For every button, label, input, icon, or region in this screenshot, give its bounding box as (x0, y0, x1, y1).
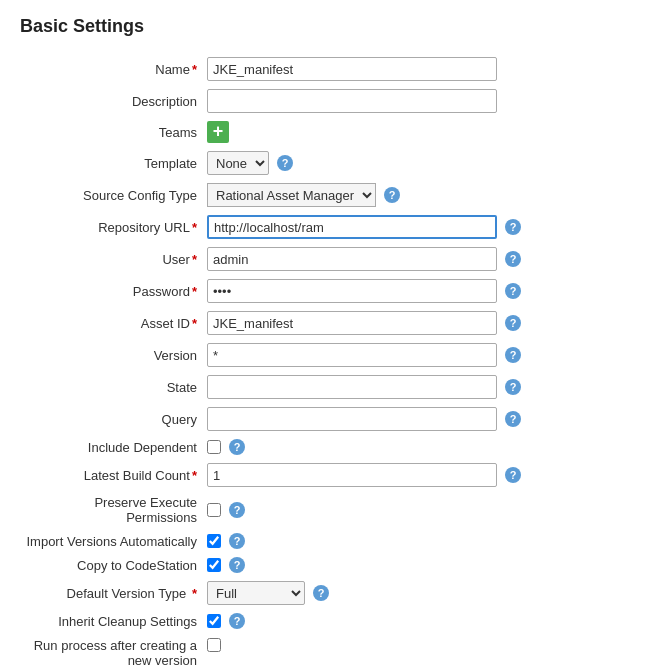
state-input[interactable] (207, 375, 497, 399)
include-dependent-field-cell: ? (205, 435, 652, 459)
run-process-row: Run process after creating a new version (20, 633, 652, 672)
teams-field-cell: + (205, 117, 652, 147)
password-row: Password* ? (20, 275, 652, 307)
version-help-icon[interactable]: ? (505, 347, 521, 363)
name-input[interactable] (207, 57, 497, 81)
inherit-cleanup-label: Inherit Cleanup Settings (20, 609, 205, 633)
version-row: Version ? (20, 339, 652, 371)
asset-id-field-cell: ? (205, 307, 652, 339)
copy-codestation-checkbox[interactable] (207, 558, 221, 572)
source-config-type-select[interactable]: Rational Asset Manager (207, 183, 376, 207)
template-select[interactable]: None (207, 151, 269, 175)
repository-url-field-cell: ? (205, 211, 652, 243)
run-process-checkbox[interactable] (207, 638, 221, 652)
version-field-cell: ? (205, 339, 652, 371)
import-versions-checkbox[interactable] (207, 534, 221, 548)
source-config-type-row: Source Config Type Rational Asset Manage… (20, 179, 652, 211)
import-versions-row: Import Versions Automatically ? (20, 529, 652, 553)
import-versions-field-cell: ? (205, 529, 652, 553)
preserve-execute-help-icon[interactable]: ? (229, 502, 245, 518)
password-help-icon[interactable]: ? (505, 283, 521, 299)
version-input[interactable] (207, 343, 497, 367)
name-row: Name* (20, 53, 652, 85)
default-version-type-label: Default Version Type * (20, 577, 205, 609)
source-config-type-field-cell: Rational Asset Manager ? (205, 179, 652, 211)
default-version-type-row: Default Version Type * Full Incremental … (20, 577, 652, 609)
page-container: Basic Settings Name* Description (0, 0, 672, 672)
state-row: State ? (20, 371, 652, 403)
inherit-cleanup-checkbox[interactable] (207, 614, 221, 628)
preserve-execute-row: Preserve Execute Permissions ? (20, 491, 652, 529)
user-input[interactable] (207, 247, 497, 271)
page-title: Basic Settings (20, 16, 652, 37)
description-field-cell (205, 85, 652, 117)
query-field-cell: ? (205, 403, 652, 435)
preserve-execute-label: Preserve Execute Permissions (20, 491, 205, 529)
password-input[interactable] (207, 279, 497, 303)
name-field-cell (205, 53, 652, 85)
template-help-icon[interactable]: ? (277, 155, 293, 171)
query-help-icon[interactable]: ? (505, 411, 521, 427)
inherit-cleanup-field-cell: ? (205, 609, 652, 633)
state-label: State (20, 371, 205, 403)
asset-id-input[interactable] (207, 311, 497, 335)
template-row: Template None ? (20, 147, 652, 179)
preserve-execute-field-cell: ? (205, 491, 652, 529)
asset-id-help-icon[interactable]: ? (505, 315, 521, 331)
latest-build-count-row: Latest Build Count* ? (20, 459, 652, 491)
inherit-cleanup-help-icon[interactable]: ? (229, 613, 245, 629)
source-config-help-icon[interactable]: ? (384, 187, 400, 203)
run-process-label: Run process after creating a new version (20, 633, 205, 672)
default-version-type-help-icon[interactable]: ? (313, 585, 329, 601)
query-row: Query ? (20, 403, 652, 435)
import-versions-label: Import Versions Automatically (20, 529, 205, 553)
import-versions-help-icon[interactable]: ? (229, 533, 245, 549)
query-label: Query (20, 403, 205, 435)
add-team-button[interactable]: + (207, 121, 229, 143)
copy-codestation-label: Copy to CodeStation (20, 553, 205, 577)
copy-codestation-row: Copy to CodeStation ? (20, 553, 652, 577)
include-dependent-help-icon[interactable]: ? (229, 439, 245, 455)
version-label: Version (20, 339, 205, 371)
user-help-icon[interactable]: ? (505, 251, 521, 267)
asset-id-label: Asset ID* (20, 307, 205, 339)
latest-build-count-label: Latest Build Count* (20, 459, 205, 491)
repository-url-row: Repository URL* ? (20, 211, 652, 243)
latest-build-count-field-cell: ? (205, 459, 652, 491)
description-label: Description (20, 85, 205, 117)
state-help-icon[interactable]: ? (505, 379, 521, 395)
include-dependent-label: Include Dependent (20, 435, 205, 459)
description-input[interactable] (207, 89, 497, 113)
password-field-cell: ? (205, 275, 652, 307)
description-row: Description (20, 85, 652, 117)
inherit-cleanup-row: Inherit Cleanup Settings ? (20, 609, 652, 633)
repository-url-help-icon[interactable]: ? (505, 219, 521, 235)
template-field-cell: None ? (205, 147, 652, 179)
copy-codestation-field-cell: ? (205, 553, 652, 577)
latest-build-count-help-icon[interactable]: ? (505, 467, 521, 483)
include-dependent-checkbox[interactable] (207, 440, 221, 454)
default-version-type-field-cell: Full Incremental ? (205, 577, 652, 609)
teams-row: Teams + (20, 117, 652, 147)
name-label: Name* (20, 53, 205, 85)
default-version-type-select[interactable]: Full Incremental (207, 581, 305, 605)
asset-id-row: Asset ID* ? (20, 307, 652, 339)
copy-codestation-help-icon[interactable]: ? (229, 557, 245, 573)
repository-url-input[interactable] (207, 215, 497, 239)
user-row: User* ? (20, 243, 652, 275)
state-field-cell: ? (205, 371, 652, 403)
query-input[interactable] (207, 407, 497, 431)
run-process-field-cell (205, 633, 652, 672)
source-config-type-label: Source Config Type (20, 179, 205, 211)
password-label: Password* (20, 275, 205, 307)
repository-url-label: Repository URL* (20, 211, 205, 243)
form-table: Name* Description Teams + (20, 53, 652, 672)
user-label: User* (20, 243, 205, 275)
include-dependent-row: Include Dependent ? (20, 435, 652, 459)
preserve-execute-checkbox[interactable] (207, 503, 221, 517)
latest-build-count-input[interactable] (207, 463, 497, 487)
template-label: Template (20, 147, 205, 179)
user-field-cell: ? (205, 243, 652, 275)
teams-label: Teams (20, 117, 205, 147)
